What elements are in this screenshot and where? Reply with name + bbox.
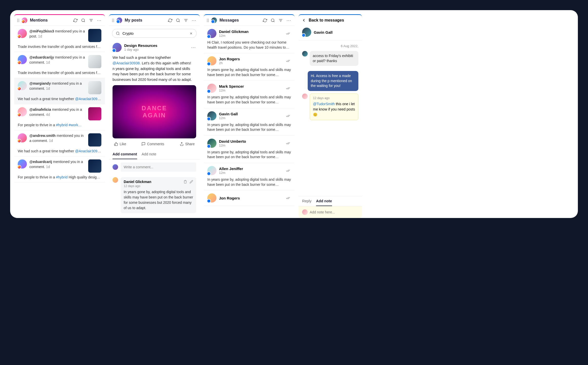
mention-snippet: Trade involves the transfer of goods and…: [18, 71, 101, 75]
message-time: 12m: [219, 88, 283, 92]
filter-icon[interactable]: [279, 18, 283, 23]
refresh-icon[interactable]: [73, 18, 78, 23]
search-box[interactable]: [112, 29, 197, 38]
post-more-icon[interactable]: ⋯: [191, 45, 196, 50]
message-avatar: [207, 84, 216, 93]
edit-icon[interactable]: [190, 180, 193, 184]
tab-add-comment[interactable]: Add comment: [113, 150, 137, 159]
mention-snippet: For people to thrive in a #hybrid High q…: [18, 175, 101, 179]
app-container: Mentions ⋯ @miFey2kiss3 mentioned you in…: [10, 10, 578, 218]
facebook-badge-icon: [207, 117, 211, 121]
back-button[interactable]: Back to messages: [299, 15, 362, 26]
tab-reply[interactable]: Reply: [302, 196, 311, 206]
mention-item[interactable]: @eduardcarij mentioned you in a comment.…: [14, 156, 105, 182]
share-button[interactable]: Share: [180, 142, 195, 146]
clear-icon[interactable]: [189, 32, 193, 35]
facebook-badge-icon: [112, 48, 116, 52]
mention-snippet: For people to thrive in a #hybrid #work…: [18, 123, 101, 127]
more-icon[interactable]: ⋯: [97, 17, 102, 23]
svg-point-0: [82, 19, 84, 22]
filter-icon[interactable]: [89, 18, 93, 23]
comment-input[interactable]: [121, 162, 196, 172]
mention-text: @margiandy mentioned you in a comment.1d: [29, 81, 86, 91]
facebook-badge-icon: [302, 33, 306, 37]
search-icon[interactable]: [81, 18, 85, 23]
chat-column: Back to messages Gavin Gall 6 Aug 2022, …: [299, 14, 362, 218]
myposts-header: My posts ⋯: [109, 15, 200, 26]
mention-avatar: [18, 29, 27, 38]
message-item[interactable]: Mark Spencer12mIn years gone by, adoptin…: [204, 81, 295, 108]
post-image[interactable]: DANCE AGAIN: [113, 85, 196, 138]
read-check-icon: [286, 141, 291, 145]
facebook-badge-icon: [207, 89, 211, 93]
tab-add-note[interactable]: Add note: [316, 196, 332, 206]
message-avatar: [207, 139, 216, 148]
mention-text: @andrew.smith mentioned you in a comment…: [29, 133, 86, 143]
mention-item[interactable]: @eduardcarijy mentioned you in a comment…: [14, 52, 105, 78]
mention-avatar: [18, 55, 27, 64]
refresh-icon[interactable]: [263, 18, 267, 23]
note-input[interactable]: [310, 210, 358, 214]
column-title: Messages: [219, 18, 260, 23]
filter-icon[interactable]: [184, 18, 188, 23]
message-preview: In years gone by, adopting digital tools…: [207, 150, 291, 160]
more-icon[interactable]: ⋯: [286, 17, 291, 23]
mention-item[interactable]: @andrew.smith mentioned you in a comment…: [14, 130, 105, 156]
mention-avatar: [18, 81, 27, 90]
drag-handle-icon[interactable]: [207, 19, 209, 22]
message-time: 12m: [219, 116, 283, 120]
post-author-avatar: [113, 43, 122, 52]
message-item[interactable]: Daniel Glickman12mHi Clair, I noticed yo…: [204, 26, 295, 53]
mention-avatar: [18, 159, 27, 169]
mention-link[interactable]: @Anaclair30938.: [113, 61, 141, 65]
instagram-badge-icon: [17, 139, 21, 143]
mention-item[interactable]: @alinafelicia mentioned you in a comment…: [14, 104, 105, 130]
channel-avatar: [211, 17, 217, 23]
comments-button[interactable]: Comments: [141, 142, 164, 146]
read-check-icon: [286, 86, 291, 90]
message-item[interactable]: Jon Rogers: [204, 190, 295, 206]
message-item[interactable]: Allen Jeniffer12mIn years gone by, adopt…: [204, 163, 295, 190]
drag-handle-icon[interactable]: [112, 19, 114, 22]
read-check-icon: [286, 32, 291, 35]
search-icon[interactable]: [176, 18, 180, 23]
search-icon[interactable]: [271, 18, 275, 23]
search-input[interactable]: [122, 31, 187, 35]
mention-item[interactable]: @miFey2kiss3 mentioned you in a post.1dT…: [14, 26, 105, 52]
delete-icon[interactable]: [183, 180, 187, 184]
mention-snippet: We had such a great time toghether @Anac…: [18, 149, 101, 153]
read-check-icon: [286, 196, 291, 200]
read-check-icon: [286, 59, 291, 63]
chat-user-avatar: [302, 28, 311, 37]
mention-item[interactable]: @margiandy mentioned you in a comment.1d…: [14, 78, 105, 104]
mention-text: @miFey2kiss3 mentioned you in a post.1d: [29, 29, 86, 39]
message-avatar: [207, 193, 216, 203]
message-sender: Jon Rogers: [219, 57, 283, 61]
instagram-badge-icon: [17, 113, 21, 117]
facebook-badge-icon: [211, 20, 215, 24]
drag-handle-icon[interactable]: [17, 19, 19, 22]
message-sender: Gavin Gall: [219, 112, 283, 116]
more-icon[interactable]: ⋯: [192, 17, 197, 23]
like-button[interactable]: Like: [114, 142, 126, 146]
message-preview: Hi Clair, I noticed you were checking ou…: [207, 40, 291, 50]
post-time: 1 day ago: [124, 48, 189, 51]
tab-add-note[interactable]: Add note: [142, 150, 156, 159]
current-user-avatar: [113, 164, 118, 170]
comment-tabs: Add comment Add note: [109, 150, 200, 159]
message-sender: Mark Spencer: [219, 84, 283, 88]
comment-author: Daniel Glickman: [124, 180, 151, 184]
refresh-icon[interactable]: [168, 18, 172, 23]
mention-link[interactable]: @TudorSmith: [313, 102, 335, 106]
message-item[interactable]: Gavin Gall12mIn years gone by, adopting …: [204, 108, 295, 136]
myposts-column: My posts ⋯ Design Resource: [109, 14, 200, 218]
note-time: 12 days ago: [313, 96, 355, 100]
instagram-badge-icon: [17, 87, 21, 91]
mention-text: @eduardcarij mentioned you in a comment.…: [29, 159, 86, 169]
message-avatar: [207, 166, 216, 175]
channel-avatar: [117, 17, 122, 23]
message-sender: Jon Rogers: [219, 196, 283, 200]
message-preview: In years gone by, adopting digital tools…: [207, 177, 291, 187]
message-item[interactable]: David Umberto12mIn years gone by, adopti…: [204, 136, 295, 163]
message-item[interactable]: Jon Rogers2hIn years gone by, adopting d…: [204, 53, 295, 81]
